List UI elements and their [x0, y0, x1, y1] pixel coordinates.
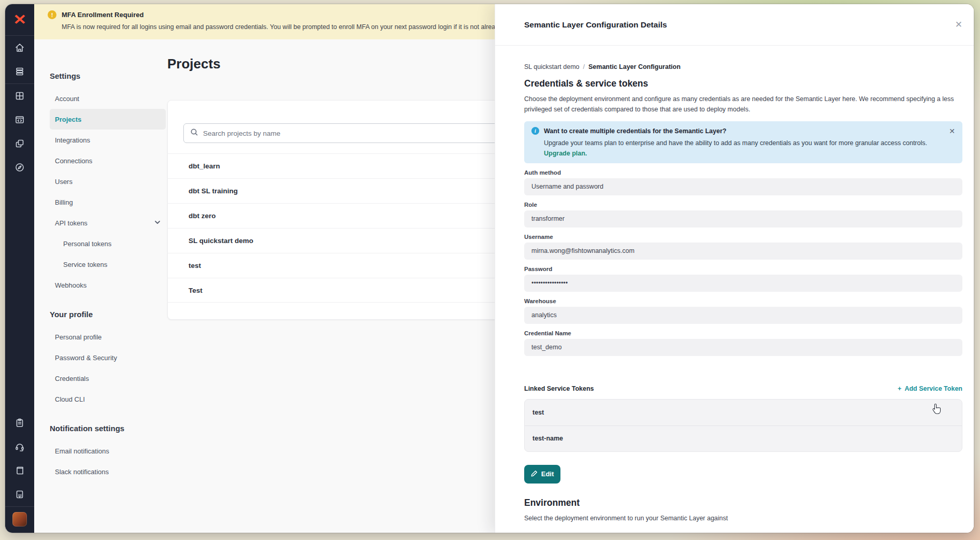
warning-icon: !	[48, 10, 56, 19]
nav-label: Email notifications	[55, 447, 109, 455]
ide-icon[interactable]	[5, 108, 34, 132]
sidebar-item-billing[interactable]: Billing	[50, 192, 166, 212]
field-label: Auth method	[524, 169, 962, 176]
breadcrumb-current: Semantic Layer Configuration	[588, 63, 681, 70]
nav-label: Personal profile	[55, 333, 102, 341]
token-row[interactable]: test-name	[525, 425, 962, 451]
settings-nav: Settings Account Projects Integrations C…	[50, 72, 166, 482]
section-description: Choose the deployment environment and co…	[524, 94, 962, 115]
environment-description: Select the deployment environment to run…	[524, 515, 962, 522]
project-name: Test	[189, 287, 203, 294]
field-label: Username	[524, 234, 962, 240]
notifications-section-title: Notification settings	[50, 424, 166, 434]
settings-nav-title: Settings	[50, 72, 166, 82]
field-value: transformer	[531, 215, 565, 222]
project-name: dbt SL training	[189, 187, 238, 195]
sidebar-item-webhooks[interactable]: Webhooks	[50, 275, 166, 295]
sidebar-item-personal-profile[interactable]: Personal profile	[50, 326, 166, 347]
password-field: ••••••••••••••••	[524, 275, 962, 292]
field-label: Password	[524, 266, 962, 272]
edit-button[interactable]: Edit	[524, 465, 560, 484]
nav-label: Service tokens	[63, 261, 107, 268]
alert-close-icon[interactable]: ✕	[949, 127, 955, 135]
sidebar-item-service-tokens[interactable]: Service tokens	[50, 254, 166, 275]
warehouse-field: analytics	[524, 307, 962, 324]
linked-tokens-title: Linked Service Tokens	[524, 385, 594, 392]
nav-label: Projects	[55, 116, 81, 123]
clipboard-icon[interactable]	[5, 411, 34, 435]
nav-label: Webhooks	[55, 281, 87, 289]
add-service-token-label: Add Service Token	[904, 385, 962, 392]
nav-label: API tokens	[55, 219, 88, 227]
dbt-logo[interactable]: ✕	[5, 4, 34, 35]
sidebar-item-users[interactable]: Users	[50, 171, 166, 192]
semantic-layer-panel: Semantic Layer Configuration Details ✕ S…	[495, 4, 974, 533]
search-input[interactable]	[203, 130, 529, 137]
docs-icon[interactable]	[5, 459, 34, 482]
field-label: Role	[524, 202, 962, 208]
credential-name-field: test_demo	[524, 339, 962, 356]
grid-icon[interactable]	[5, 84, 34, 108]
add-service-token-button[interactable]: + Add Service Token	[898, 385, 962, 392]
sidebar-item-integrations[interactable]: Integrations	[50, 130, 166, 150]
auth-method-field: Username and password	[524, 178, 962, 195]
role-field: transformer	[524, 210, 962, 228]
field-label: Credential Name	[524, 330, 962, 336]
breadcrumb-project[interactable]: SL quickstart demo	[524, 63, 580, 70]
sidebar-item-cloud-cli[interactable]: Cloud CLI	[50, 389, 166, 409]
edit-button-label: Edit	[541, 470, 554, 478]
field-label: Warehouse	[524, 298, 962, 304]
sidebar-item-api-tokens[interactable]: API tokens	[50, 212, 166, 233]
project-name: dbt_learn	[189, 162, 220, 170]
user-avatar[interactable]	[12, 512, 27, 527]
search-icon	[190, 128, 198, 138]
changelog-icon[interactable]	[5, 482, 34, 506]
branch-icon[interactable]	[5, 132, 34, 155]
field-value: Username and password	[531, 183, 603, 190]
alert-body: Upgrade your teams plan to enterprise an…	[544, 138, 955, 148]
upgrade-alert: i Want to create multiple credentials fo…	[524, 121, 962, 163]
linked-tokens-list: test test-name	[524, 399, 962, 452]
panel-title: Semantic Layer Configuration Details	[524, 20, 667, 30]
explore-icon[interactable]	[5, 155, 34, 179]
project-name: SL quickstart demo	[189, 237, 253, 245]
sidebar-item-connections[interactable]: Connections	[50, 150, 166, 171]
nav-label: Billing	[55, 198, 73, 206]
sidebar-item-account[interactable]: Account	[50, 88, 166, 109]
pencil-icon	[531, 470, 538, 478]
support-headset-icon[interactable]	[5, 435, 34, 459]
breadcrumb: SL quickstart demo / Semantic Layer Conf…	[524, 63, 962, 70]
environment-title: Environment	[524, 498, 962, 508]
sidebar-item-projects[interactable]: Projects	[50, 109, 166, 130]
close-icon[interactable]: ✕	[955, 20, 962, 29]
info-icon: i	[531, 127, 539, 135]
app-window: ! MFA Enrollment Required MFA is now req…	[5, 4, 974, 533]
sidebar-item-password-security[interactable]: Password & Security	[50, 347, 166, 368]
home-icon[interactable]	[5, 36, 34, 60]
project-name: dbt zero	[189, 212, 216, 220]
mouse-cursor	[932, 403, 942, 417]
sidebar-item-personal-tokens[interactable]: Personal tokens	[50, 233, 166, 254]
breadcrumb-separator: /	[583, 63, 585, 70]
nav-label: Password & Security	[55, 354, 117, 362]
token-row[interactable]: test	[525, 400, 962, 425]
upgrade-plan-link[interactable]: Upgrade plan.	[544, 150, 955, 157]
app-sidebar: ✕	[5, 4, 34, 533]
alert-title: Want to create multiple credentials for …	[544, 127, 726, 135]
nav-label: Cloud CLI	[55, 395, 85, 403]
nav-label: Integrations	[55, 136, 90, 144]
sidebar-item-credentials[interactable]: Credentials	[50, 368, 166, 389]
section-title: Credentials & service tokens	[524, 78, 962, 89]
banner-title: MFA Enrollment Required	[62, 11, 143, 19]
page-title: Projects	[167, 56, 221, 72]
field-value: analytics	[531, 311, 557, 319]
field-value: mirna.wong@fishtownanalytics.com	[531, 247, 635, 254]
sidebar-item-email-notifications[interactable]: Email notifications	[50, 440, 166, 461]
nav-label: Users	[55, 178, 73, 186]
project-search	[183, 123, 536, 143]
field-value: test_demo	[531, 344, 561, 351]
deploy-icon[interactable]	[5, 60, 34, 83]
project-name: test	[189, 262, 201, 269]
sidebar-item-slack-notifications[interactable]: Slack notifications	[50, 461, 166, 482]
nav-label: Slack notifications	[55, 468, 109, 476]
